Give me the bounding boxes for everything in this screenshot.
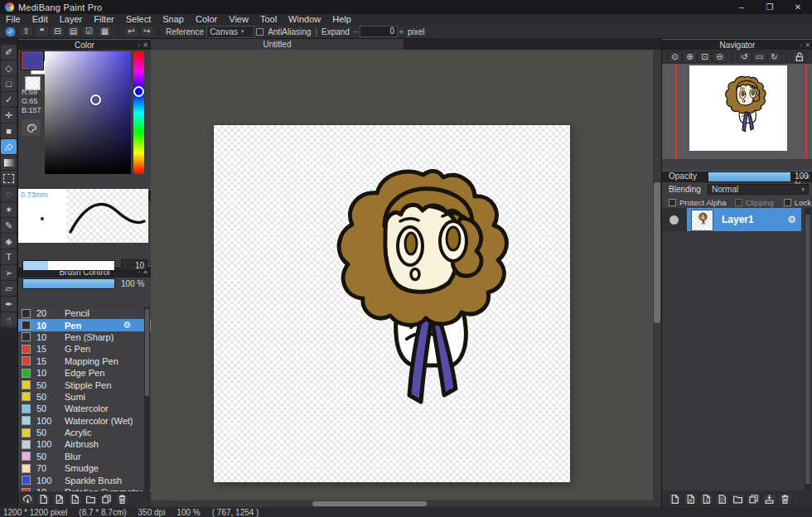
fit-window-button[interactable]: ⊡	[698, 51, 712, 63]
brush-folder-button[interactable]	[84, 494, 98, 505]
lasso-tool[interactable]: ◌	[1, 186, 17, 201]
brush-list-scrollbar[interactable]	[144, 307, 150, 491]
brush-size-value[interactable]: 10	[121, 259, 147, 271]
zoom-in-button[interactable]: ⊕	[683, 51, 697, 63]
vertical-scrollbar[interactable]	[653, 50, 661, 500]
brush-item-pencil[interactable]: 20Pencil	[18, 307, 151, 319]
menu-view[interactable]: View	[223, 14, 254, 25]
gradient-tool[interactable]	[1, 155, 17, 170]
operation-tool[interactable]: ➢	[1, 265, 17, 280]
expand-increment-button[interactable]: +	[398, 27, 405, 36]
reset-view-button[interactable]: ▭	[752, 51, 766, 63]
hue-slider[interactable]	[133, 51, 144, 174]
duplicate-brush-button[interactable]	[99, 494, 114, 505]
menu-edit[interactable]: Edit	[27, 14, 54, 25]
protect-alpha-checkbox[interactable]	[669, 199, 676, 206]
visibility-toggle-icon[interactable]	[669, 215, 679, 225]
layer-item-layer1[interactable]: Layer1⚙	[662, 208, 801, 231]
rotate-right-button[interactable]: ↻	[767, 51, 781, 63]
move-tool[interactable]: ✛	[1, 108, 17, 123]
menu-color[interactable]: Color	[190, 14, 223, 25]
lock-checkbox[interactable]	[784, 199, 791, 206]
zoom-out-button[interactable]: ⊖	[713, 51, 727, 63]
bucket-tool[interactable]	[1, 139, 17, 154]
brush-item-sparkle-brush[interactable]: 100Sparkle Brush	[18, 474, 151, 486]
menu-tool[interactable]: Tool	[254, 14, 283, 25]
eraser-tool[interactable]: ◇	[1, 60, 17, 75]
brush-item-watercolor-wet[interactable]: 100Watercolor (Wet)	[18, 415, 151, 427]
menu-window[interactable]: Window	[283, 14, 326, 25]
menu-file[interactable]: File	[0, 14, 27, 25]
brush-item-watercolor[interactable]: 50Watercolor	[18, 403, 151, 414]
clipping-checkbox[interactable]	[735, 199, 742, 206]
add-brush-button[interactable]	[36, 494, 51, 505]
cloud-sync-button[interactable]: ✓	[3, 26, 17, 37]
save-brush-button[interactable]	[52, 494, 66, 505]
select-eraser-tool[interactable]: ◈	[1, 234, 17, 249]
brush-item-pen[interactable]: 10Pen⚙	[18, 319, 151, 331]
layer-folder-button[interactable]	[731, 493, 745, 505]
brush-item-pen-sharp[interactable]: 10Pen (Sharp)	[18, 331, 151, 343]
minimize-button[interactable]: –	[727, 0, 756, 14]
frame-tool[interactable]: □	[1, 76, 17, 91]
scrollbar-thumb[interactable]	[805, 215, 810, 484]
brush-item-airbrush[interactable]: 100Airbrush	[18, 438, 151, 450]
download-brush-button[interactable]	[21, 494, 35, 505]
gear-icon[interactable]: ⚙	[123, 320, 131, 331]
checklist-button[interactable]: ☑	[82, 26, 96, 37]
undo-button[interactable]: ↩	[124, 26, 138, 37]
select-pen-tool[interactable]: ✎	[1, 218, 17, 233]
brush-item-mapping-pen[interactable]: 15Mapping Pen	[18, 355, 151, 367]
horizontal-scrollbar[interactable]	[151, 500, 653, 507]
redo-button[interactable]: ↪	[140, 26, 154, 37]
delete-brush-button[interactable]	[115, 494, 129, 505]
workspace[interactable]	[151, 50, 653, 500]
duplicate-layer-button[interactable]	[747, 493, 761, 505]
merge-layer-button[interactable]	[762, 493, 776, 505]
brush-item-acrylic[interactable]: 50Acrylic	[18, 427, 151, 438]
zoom-actual-button[interactable]: ⊙	[668, 51, 682, 63]
gear-icon[interactable]: ⚙	[787, 214, 796, 225]
brush-item-edge-pen[interactable]: 10Edge Pen	[18, 367, 151, 379]
scrollbar-thumb[interactable]	[312, 501, 427, 506]
delete-layer-button[interactable]	[778, 493, 792, 505]
menu-select[interactable]: Select	[120, 14, 157, 25]
opacity-slider[interactable]	[708, 172, 791, 182]
expand-decrement-button[interactable]: −	[352, 27, 360, 36]
navigator-view[interactable]	[662, 64, 812, 159]
announce-button[interactable]: ⊟	[51, 26, 65, 37]
maximize-button[interactable]: ❐	[756, 0, 784, 14]
document-button[interactable]: ▤	[66, 26, 80, 37]
palette-button[interactable]	[22, 119, 41, 136]
rotate-left-button[interactable]: ↺	[737, 51, 752, 63]
scrollbar-thumb[interactable]	[654, 182, 660, 323]
menu-snap[interactable]: Snap	[157, 14, 190, 25]
close-button[interactable]: ✕	[784, 0, 812, 14]
script-brush-button[interactable]: s	[68, 494, 82, 505]
saturation-value-picker[interactable]	[45, 51, 131, 174]
brush-item-smudge[interactable]: 70Smudge	[18, 462, 151, 474]
magic-wand-tool[interactable]: ✶	[1, 202, 17, 217]
foreground-color-swatch[interactable]	[22, 51, 43, 70]
comment-button[interactable]: ❝	[35, 26, 49, 37]
layer-row-body[interactable]: Layer1⚙	[687, 208, 801, 231]
correction-tool[interactable]: ✓	[1, 92, 17, 107]
publish-button[interactable]: ⇧	[19, 26, 33, 37]
layer-list-scrollbar[interactable]	[805, 208, 811, 490]
menu-filter[interactable]: Filter	[88, 14, 119, 25]
add-halftone-layer-button[interactable]	[715, 493, 729, 505]
fill-rect-tool[interactable]: ■	[1, 123, 17, 138]
float-panel-icon[interactable]: ▫	[800, 41, 802, 49]
eyedropper-tool[interactable]: ✒	[1, 297, 17, 312]
add-layer-button[interactable]	[668, 493, 682, 505]
hand-tool[interactable]: ☝	[1, 312, 17, 327]
material-panel-button[interactable]: ▦	[98, 26, 112, 37]
text-tool[interactable]: T	[1, 249, 17, 264]
brush-item-sumi[interactable]: 50Sumi	[18, 391, 151, 403]
expand-input[interactable]: 0	[360, 26, 398, 37]
brush-tool[interactable]: ✐	[1, 45, 17, 60]
scrollbar-thumb[interactable]	[145, 309, 149, 396]
menu-layer[interactable]: Layer	[54, 14, 89, 25]
close-panel-icon[interactable]: ✕	[143, 41, 148, 49]
canvas[interactable]	[214, 125, 570, 482]
